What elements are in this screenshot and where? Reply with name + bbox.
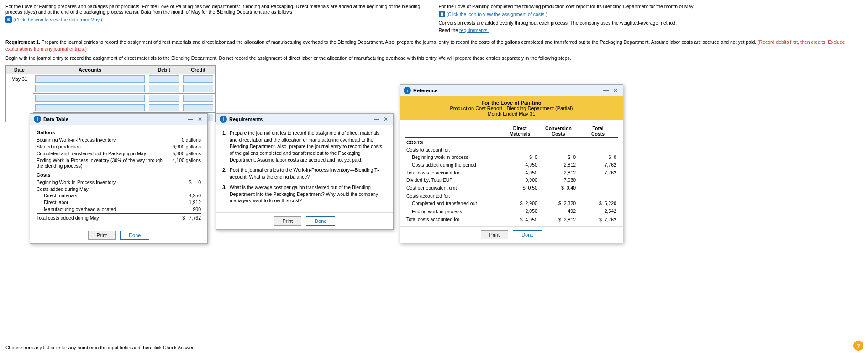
divided-label: Divided by: Total EUP: [405, 176, 501, 184]
cpu-cc-cell: $ 0.40: [539, 184, 578, 192]
beg-wip-row: Beginning work-in-process $ 0 $ 0 $ 0: [405, 153, 618, 161]
data-row-completed: Completed and transferred out to Packagi…: [37, 151, 201, 156]
data-panel-minimize[interactable]: —: [186, 116, 195, 122]
cost-row-mfg: Manufacturing overhead allocated 900: [37, 206, 201, 212]
credit-input-4[interactable]: [181, 103, 216, 113]
req-panel-close[interactable]: ✕: [382, 116, 389, 122]
col-accounts: Accounts: [33, 66, 147, 74]
assignment-link[interactable]: 📋 (Click the icon to view the assignment…: [439, 11, 863, 17]
req-panel-info-icon: i: [220, 116, 227, 123]
debit-input-3[interactable]: [147, 94, 181, 103]
accounts-input-2[interactable]: [33, 84, 147, 94]
credit-input-2[interactable]: [181, 84, 216, 94]
debit-field-2[interactable]: [149, 85, 179, 92]
ending-wip-ref-label: Ending work-in-process: [405, 207, 501, 216]
cost-row-beg-wip: Beginning Work-in-Process Inventory $ 0: [37, 179, 201, 185]
completed-label: Completed and transferred out to Packagi…: [37, 151, 164, 156]
beg-wip-value: 0 gallons: [164, 137, 201, 142]
end-cc-cell: 492: [539, 207, 578, 216]
data-row-started: Started in production 9,900 gallons: [37, 144, 201, 149]
bottom-bar-text: Choose from any list or enter any number…: [5, 345, 195, 350]
tacc-cc-cell: $ 2,812: [539, 216, 578, 224]
cpu-row: Cost per equivalent unit $ 0.50 $ 0.40: [405, 184, 618, 192]
ending-wip-ref-row: Ending work-in-process 2,050 492 2,542: [405, 207, 618, 216]
credit-input-1[interactable]: [181, 74, 216, 84]
total-cc-cell: 2,812: [539, 169, 578, 177]
started-value: 9,900 gallons: [164, 144, 201, 149]
req-num-1: 1.: [222, 130, 228, 163]
credit-input-3[interactable]: [181, 94, 216, 103]
data-print-button[interactable]: Print: [88, 231, 116, 240]
ref-panel-header-left: i Reference: [404, 87, 437, 94]
data-panel-info-icon: i: [34, 116, 41, 123]
ref-print-button[interactable]: Print: [481, 230, 509, 239]
costs-added-ref-label: Costs added during the period: [405, 161, 501, 169]
cost-table: DirectMaterials ConversionCosts TotalCos…: [405, 125, 618, 223]
data-done-button[interactable]: Done: [120, 231, 149, 240]
ref-panel-content: For the Love of Painting Production Cost…: [400, 96, 623, 226]
ref-title2: Production Cost Report - Blending Depart…: [402, 105, 621, 111]
cost-row-total: Total costs added during May $ 7,762: [37, 215, 201, 221]
debit-input-1[interactable]: [147, 74, 181, 84]
ending-wip-label: Ending Work-in-Process Inventory (30% of…: [37, 158, 164, 169]
debit-field-3[interactable]: [149, 95, 179, 102]
conversion-text: Conversion costs are added evenly throug…: [439, 20, 863, 26]
req-print-button[interactable]: Print: [274, 216, 302, 226]
credit-field-3[interactable]: [183, 95, 213, 102]
data-link[interactable]: ▦ (Click the icon to view the data from …: [5, 16, 430, 23]
ref-title3: Month Ended May 31: [402, 111, 621, 116]
date-cell: May 31: [6, 74, 33, 122]
debit-field-1[interactable]: [149, 75, 179, 83]
ref-panel-footer: Print Done: [400, 226, 623, 243]
cost-divider: [37, 213, 201, 214]
req-list: 1. Prepare the journal entries to record…: [222, 130, 387, 204]
col-date: Date: [6, 66, 33, 74]
data-panel-header: i Data Table — ✕: [30, 114, 207, 125]
total-dm-cell: 4,950: [501, 169, 539, 177]
begin-text: Begin with the journal entry to record t…: [5, 55, 863, 62]
ref-panel-minimize[interactable]: —: [602, 88, 610, 93]
debit-field-4[interactable]: [149, 104, 179, 111]
req-done-button[interactable]: Done: [306, 216, 335, 226]
ref-done-button[interactable]: Done: [513, 230, 542, 239]
credit-field-2[interactable]: [183, 85, 213, 92]
comp-cc-cell: $ 2,320: [539, 200, 578, 207]
account-field-2[interactable]: [35, 85, 145, 92]
cpu-label: Cost per equivalent unit: [405, 184, 501, 192]
accounts-input-1[interactable]: [33, 74, 147, 84]
account-field-3[interactable]: [35, 95, 145, 102]
bottom-bar: Choose from any list or enter any number…: [0, 342, 868, 353]
added-dm-cell: 4,950: [501, 161, 539, 169]
accounts-input-3[interactable]: [33, 94, 147, 103]
data-panel-close[interactable]: ✕: [196, 116, 204, 122]
req-item-2: 2. Post the journal entries to the Work-…: [222, 167, 387, 180]
ref-panel-close[interactable]: ✕: [612, 88, 619, 93]
ref-title1: For the Love of Painting: [402, 100, 621, 105]
total-costs-label: Total costs added during May: [37, 215, 164, 221]
debit-input-4[interactable]: [147, 103, 181, 113]
eup-dm-cell: 9,900: [501, 176, 539, 184]
ref-panel-controls: — ✕: [602, 88, 619, 93]
costs-accounted-row: Costs accounted for:: [405, 191, 618, 200]
requirements-panel: i Requirements — ✕ 1. Prepare the journa…: [216, 113, 394, 230]
credit-field-1[interactable]: [183, 75, 213, 83]
table-row: [6, 94, 216, 103]
requirements-link[interactable]: requirements.: [459, 27, 489, 33]
account-field-4[interactable]: [35, 104, 145, 111]
accounts-input-4[interactable]: [33, 103, 147, 113]
req-num-2: 2.: [222, 167, 228, 180]
comp-transferred-label: Completed and transferred out: [405, 200, 501, 207]
col-costs: [405, 125, 501, 138]
req-panel-minimize[interactable]: —: [372, 116, 380, 122]
credit-field-4[interactable]: [183, 104, 213, 111]
total-accounted-row: Total costs accounted for $ 4,950 $ 2,81…: [405, 216, 618, 224]
requirement-text: Requirement 1. Prepare the journal entri…: [5, 39, 863, 52]
req-item-1: 1. Prepare the journal entries to record…: [222, 130, 387, 163]
gallons-header: Gallons: [37, 130, 201, 135]
help-button[interactable]: ?: [853, 341, 863, 351]
divided-row: Divided by: Total EUP 9,900 7,030: [405, 176, 618, 184]
assignment-link-text: (Click the icon to view the assignment o…: [447, 11, 547, 17]
debit-input-2[interactable]: [147, 84, 181, 94]
account-field-1[interactable]: [35, 75, 145, 83]
ref-panel-info-icon: i: [404, 87, 411, 94]
